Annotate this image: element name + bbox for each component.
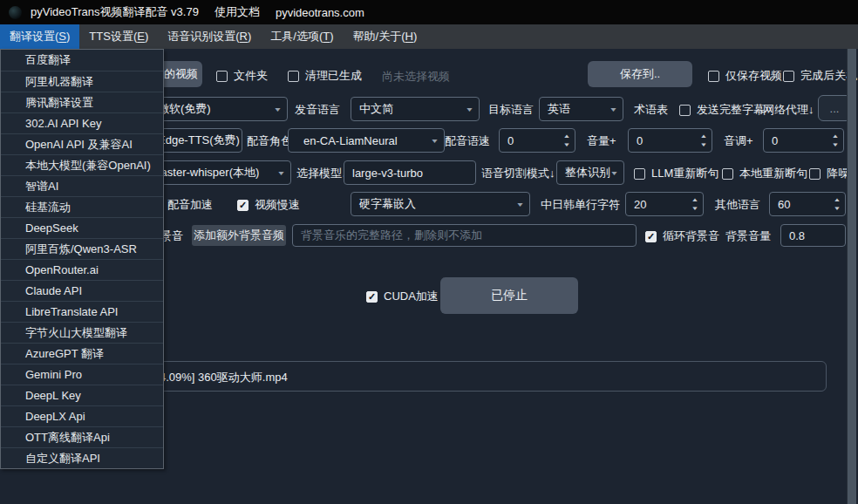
menu-item[interactable]: 智谱AI — [1, 175, 163, 196]
menu-item[interactable]: 阿里机器翻译 — [1, 71, 163, 92]
model-select[interactable]: large-v3-turbo — [344, 160, 476, 185]
chevron-down-icon: ▼ — [430, 138, 439, 144]
checkbox-box — [783, 71, 794, 82]
split-mode-select[interactable]: 整体识别 ▼ — [556, 160, 624, 185]
only-save-video-checkbox[interactable]: 仅保存视频 — [708, 68, 782, 84]
spinner-value: 60 — [770, 198, 790, 211]
menu-item[interactable]: 字节火山大模型翻译 — [1, 322, 163, 343]
save-to-button[interactable]: 保存到.. — [588, 61, 692, 87]
menubar-item[interactable]: TTS设置(E) — [79, 24, 158, 49]
menu-item[interactable]: LibreTranslate API — [1, 301, 163, 322]
video-slowdown-checkbox[interactable]: 视频慢速 — [237, 197, 300, 213]
menubar-item[interactable]: 帮助/关于(H) — [344, 24, 427, 49]
spinner-arrows-icon[interactable]: ▲▼ — [562, 132, 571, 149]
spinner-value: 0 — [764, 134, 778, 147]
menubar-item[interactable]: 工具/选项(T) — [261, 24, 343, 49]
menu-item[interactable]: 腾讯翻译设置 — [1, 92, 163, 112]
voice-role-select[interactable]: en-CA-LiamNeural ▼ — [288, 128, 445, 153]
checkbox-box — [366, 291, 378, 303]
volume-spinner[interactable]: 0 ▲▼ — [628, 128, 712, 153]
spinner-value: 0 — [500, 134, 514, 147]
pitch-spinner[interactable]: 0 ▲▼ — [763, 128, 844, 153]
bgm-volume-input[interactable]: 0.8 — [780, 224, 846, 247]
no-video-status: 尚未选择视频 — [382, 69, 450, 85]
pitch-label: 音调+ — [724, 133, 753, 149]
checkbox-label: 循环背景音 — [663, 228, 719, 244]
llm-resegment-checkbox[interactable]: LLM重新断句 — [634, 166, 718, 181]
add-bgm-button[interactable]: 添加额外背景音频 — [192, 225, 286, 246]
menubar-item-label: 翻译设置(S) — [10, 30, 70, 43]
select-model-label: 选择模型↓ — [296, 166, 348, 181]
spinner-arrows-icon[interactable]: ▲▼ — [691, 195, 699, 213]
menu-item[interactable]: DeepL Key — [1, 385, 163, 405]
checkbox-label: 仅保存视频 — [725, 68, 782, 84]
voice-rate-label: 配音语速 — [445, 133, 490, 149]
doc-link: 使用文档 — [214, 4, 260, 20]
send-full-subtitle-checkbox[interactable]: 发送完整字幕 — [679, 102, 765, 118]
subtitle-mode-select[interactable]: 硬字幕嵌入 ▼ — [351, 192, 530, 216]
folder-checkbox[interactable]: 文件夹 — [216, 68, 268, 84]
menu-item[interactable]: 本地大模型(兼容OpenAI) — [1, 154, 163, 175]
menu-item[interactable]: OpenRouter.ai — [1, 259, 163, 280]
cjk-chars-spinner[interactable]: 20 ▲▼ — [625, 192, 704, 216]
menu-item[interactable]: 阿里百炼/Qwen3-ASR — [1, 238, 163, 259]
checkbox-box — [237, 200, 249, 211]
chevron-down-icon: ▼ — [465, 106, 473, 112]
menu-item[interactable]: 硅基流动 — [1, 196, 163, 217]
cjk-chars-label: 中日韩单行字符 — [541, 197, 620, 213]
spinner-value: 0 — [629, 134, 643, 147]
checkbox-label: 发送完整字幕 — [697, 102, 765, 118]
source-language-select[interactable]: 中文简 ▼ — [351, 97, 480, 121]
menu-item[interactable]: AzureGPT 翻译 — [1, 343, 163, 364]
local-resegment-checkbox[interactable]: 本地重新断句 — [722, 166, 807, 181]
other-chars-spinner[interactable]: 60 ▲▼ — [769, 192, 846, 216]
spinner-arrows-icon[interactable]: ▲▼ — [831, 132, 840, 149]
menubar-item-label: 工具/选项(T) — [270, 30, 333, 43]
chevron-down-icon: ▼ — [515, 201, 524, 208]
menu-item[interactable]: 百度翻译 — [1, 50, 163, 71]
checkbox-box — [634, 168, 645, 180]
menu-item[interactable]: 302.AI API Key — [1, 112, 163, 133]
cuda-checkbox[interactable]: CUDA加速 — [366, 289, 439, 304]
selected-value: en-CA-LiamNeural — [289, 134, 398, 147]
checkbox-box — [809, 168, 821, 180]
menu-item[interactable]: OpenAI API 及兼容AI — [1, 133, 163, 154]
checkbox-box — [645, 231, 657, 242]
menu-item[interactable]: DeepLX Api — [1, 405, 163, 426]
spinner-arrows-icon[interactable]: ▲▼ — [699, 132, 708, 149]
checkbox-box — [288, 71, 299, 82]
glossary-link[interactable]: 术语表 — [634, 102, 668, 118]
selected-value: large-v3-turbo — [344, 167, 423, 180]
menubar-item[interactable]: 语音识别设置(R) — [158, 24, 261, 49]
target-language-label: 目标语言 — [488, 102, 534, 118]
menu-item[interactable]: DeepSeek — [1, 217, 163, 238]
denoise-checkbox[interactable]: 降噪 — [809, 166, 849, 181]
voice-rate-spinner[interactable]: 0 ▲▼ — [499, 128, 575, 153]
spinner-arrows-icon[interactable]: ▲▼ — [833, 195, 841, 213]
split-mode-label: 语音切割模式↓ — [481, 166, 555, 181]
checkbox-label: 文件夹 — [234, 68, 268, 84]
menu-item[interactable]: Gemini Pro — [1, 364, 163, 385]
site-link: pyvideotrans.com — [276, 6, 364, 19]
app-window: pyVideoTrans视频翻译配音 v3.79 使用文档 pyvideotra… — [0, 0, 858, 504]
menubar-item-label: 语音识别设置(R) — [167, 30, 251, 43]
checkbox-label: CUDA加速 — [384, 289, 439, 304]
menubar-item[interactable]: 翻译设置(S) — [0, 24, 79, 49]
checkbox-label: LLM重新断句 — [651, 166, 718, 181]
menubar-item-label: 帮助/关于(H) — [353, 30, 418, 43]
app-title: pyVideoTrans视频翻译配音 v3.79 — [31, 4, 199, 20]
menu-item[interactable]: Claude API — [1, 280, 163, 301]
vertical-scrollbar[interactable] — [847, 49, 856, 504]
loop-bgm-checkbox[interactable]: 循环背景音 — [645, 228, 719, 244]
menu-item[interactable]: 自定义翻译API — [1, 447, 163, 468]
target-language-select[interactable]: 英语 ▼ — [539, 97, 623, 121]
checkbox-label: 本地重新断句 — [739, 166, 807, 181]
translate-settings-menu: 百度翻译阿里机器翻译腾讯翻译设置302.AI API KeyOpenAI API… — [0, 49, 164, 469]
clean-generated-checkbox[interactable]: 清理已生成 — [288, 68, 362, 84]
stopped-button[interactable]: 已停止 — [440, 277, 578, 314]
menu-item[interactable]: OTT离线翻译Api — [1, 426, 163, 447]
bgm-path-input[interactable]: 背景音乐的完整路径，删除则不添加 — [292, 224, 637, 247]
voice-role-label: 配音角色 — [247, 133, 292, 149]
checkbox-box — [722, 168, 733, 180]
checkbox-label: 视频慢速 — [255, 197, 300, 213]
